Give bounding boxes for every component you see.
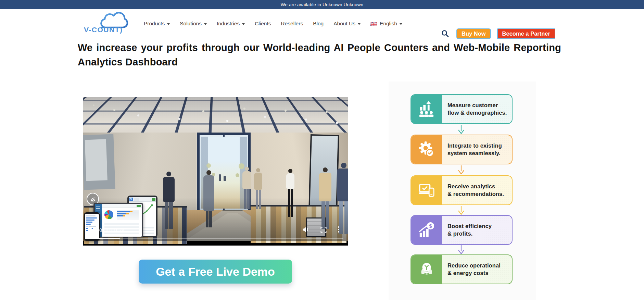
play-button[interactable]	[88, 226, 93, 233]
shopper-silhouette	[286, 169, 294, 217]
nav-item-blog[interactable]: Blog	[313, 21, 324, 27]
language-selector[interactable]: English	[370, 21, 402, 27]
video-progress-played	[87, 238, 120, 239]
cloud-logo-icon: V-COUNT)	[83, 12, 135, 34]
gear-check-icon	[411, 135, 442, 164]
nav-item-resellers[interactable]: Resellers	[281, 21, 303, 27]
promo-video-player[interactable]: V	[83, 97, 348, 246]
step-text-line: Integrate to existing	[447, 142, 512, 150]
buy-now-button[interactable]: Buy Now	[456, 28, 491, 39]
become-a-partner-button[interactable]: Become a Partner	[497, 28, 555, 39]
flow-step-integrate: Integrate to existing system seamlessly.	[411, 135, 513, 164]
nav-label: Industries	[217, 21, 240, 27]
step-text-line: Boost efficiency	[447, 223, 512, 230]
nav-label: About Us	[333, 21, 355, 27]
step-text-line: Receive analytics	[447, 183, 512, 190]
fullscreen-icon[interactable]	[320, 227, 327, 233]
free-live-demo-button[interactable]: Get a Free Live Demo	[139, 260, 292, 284]
shopper-silhouette	[242, 167, 251, 209]
flow-arrow-down-icon	[457, 125, 465, 134]
logo-text: V-COUNT)	[84, 26, 123, 34]
site-header: V-COUNT) Products Solutions Industries C…	[0, 9, 644, 38]
video-time: 0:00 / 0:24	[99, 227, 125, 233]
ceiling-lights	[93, 104, 94, 106]
flow-arrow-down-icon	[457, 206, 465, 215]
flow-arrow-down-icon	[457, 165, 465, 174]
chevron-down-icon	[358, 23, 361, 25]
pie-chart-icon	[104, 210, 113, 219]
nav-label: Products	[144, 21, 165, 27]
video-progress-bar[interactable]	[87, 238, 343, 239]
search-icon[interactable]	[441, 29, 449, 38]
step-text-line: & recommendations.	[447, 190, 512, 198]
store-scene: V	[83, 97, 348, 241]
step-text-line: Measure customer	[447, 102, 512, 109]
main-nav: Products Solutions Industries Clients Re…	[144, 9, 402, 38]
uk-flag-icon	[370, 22, 377, 26]
availability-banner: We are available in Unknown Unknown	[0, 0, 644, 9]
header-buttons: Buy Now Become a Partner	[456, 28, 555, 39]
street-trees	[206, 163, 211, 168]
flow-step-measure: Measure customer flow & demographics.	[411, 94, 513, 124]
benefits-flowchart: Measure customer flow & demographics.	[389, 82, 536, 300]
svg-text:$: $	[429, 223, 432, 228]
bar-chart-icon	[117, 210, 139, 221]
chevron-down-icon	[204, 23, 207, 25]
step-text-line: system seamlessly.	[447, 150, 512, 157]
flow-step-costs: Reduce operational & energy costs	[411, 254, 513, 284]
step-text-line: flow & demographics.	[447, 109, 512, 117]
chevron-down-icon	[400, 23, 402, 25]
shopper-silhouette	[203, 170, 214, 227]
nav-label: Clients	[255, 21, 271, 27]
flow-arrow-down-icon	[457, 245, 465, 254]
nav-label: Blog	[313, 21, 324, 27]
headline-segment-bold: AI People Counters	[333, 42, 428, 53]
volume-icon[interactable]	[302, 226, 310, 233]
nav-label: Resellers	[281, 21, 303, 27]
street-pedestrian	[219, 174, 221, 181]
street-pedestrian	[224, 176, 226, 181]
nav-item-products[interactable]: Products	[144, 21, 170, 27]
step-text-line: & energy costs	[447, 270, 512, 277]
page-title: We increase your profits through our Wor…	[78, 40, 561, 69]
nav-label: Solutions	[180, 21, 202, 27]
nav-item-clients[interactable]: Clients	[255, 21, 271, 27]
people-chart-icon	[411, 95, 442, 123]
flow-step-profits: $ Boost efficiency & profits.	[411, 215, 513, 245]
store-panel	[83, 134, 115, 190]
ceiling-beams	[83, 97, 348, 133]
headline-segment: We increase your profits through our Wor…	[78, 42, 333, 53]
chevron-down-icon	[242, 23, 245, 25]
chevron-down-icon	[167, 23, 170, 25]
headline-segment: and Web-Mobile	[428, 42, 514, 53]
availability-banner-text: We are available in Unknown Unknown	[281, 2, 364, 7]
shopper-silhouette	[254, 168, 262, 209]
eco-bulb-icon	[411, 255, 442, 284]
more-options-icon[interactable]	[338, 226, 340, 233]
flow-step-analytics: Receive analytics & recommendations.	[411, 175, 513, 205]
nav-item-about-us[interactable]: About Us	[333, 21, 361, 27]
nav-item-industries[interactable]: Industries	[217, 21, 245, 27]
shopper-silhouette	[319, 167, 331, 229]
vcount-logo[interactable]: V-COUNT)	[83, 12, 135, 34]
shopper-silhouette	[337, 163, 348, 234]
profit-coin-icon: $	[411, 216, 442, 244]
language-label: English	[380, 21, 397, 27]
step-text-line: & profits.	[447, 230, 512, 238]
step-text-line: Reduce operational	[447, 262, 512, 270]
nav-item-solutions[interactable]: Solutions	[180, 21, 207, 27]
store-ceiling	[83, 97, 348, 133]
shopper-silhouette	[163, 172, 175, 229]
devices-check-icon	[411, 176, 442, 204]
